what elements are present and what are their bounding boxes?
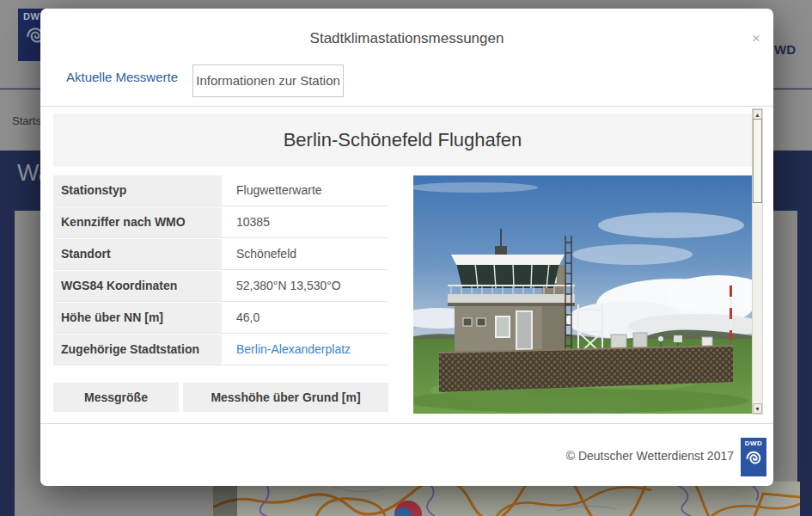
page-background: DWD WD Starts Wa Stadtklimastationsmessu…	[0, 0, 812, 516]
table-row: Standort Schönefeld	[53, 239, 388, 270]
vertical-scrollbar[interactable]: ▲ ▼	[752, 108, 763, 415]
dialog-title: Stadtklimastationsmessungen	[40, 9, 773, 47]
row-label: Höhe über NN [m]	[53, 303, 222, 333]
row-label: Kennziffer nach WMO	[53, 207, 222, 237]
row-label: Stationstyp	[53, 175, 222, 206]
column-header: Messgröße	[53, 383, 179, 412]
table-row: Zugehörige Stadtstation Berlin-Alexander…	[53, 335, 388, 366]
tab-informationen-zur-station[interactable]: Informationen zur Station	[192, 64, 344, 97]
tab-aktuelle-messwerte[interactable]: Aktuelle Messwerte	[66, 70, 178, 97]
close-icon[interactable]: ×	[752, 31, 760, 46]
tab-bar: Aktuelle Messwerte Informationen zur Sta…	[66, 64, 344, 97]
scroll-down-button[interactable]: ▼	[753, 403, 762, 414]
row-value: Berlin-Alexanderplatz	[230, 335, 388, 365]
row-label: Zugehörige Stadtstation	[53, 335, 222, 365]
row-label: WGS84 Koordinaten	[53, 271, 222, 301]
warning-map	[213, 482, 800, 516]
dwd-footer-logo: DWD	[741, 438, 766, 476]
table-row: Kennziffer nach WMO 10385	[53, 207, 388, 238]
table-row: Stationstyp Flugwetterwarte	[53, 175, 388, 206]
station-photo	[413, 175, 752, 414]
station-dialog: Stadtklimastationsmessungen × Aktuelle M…	[40, 9, 773, 486]
scrollbar-thumb[interactable]	[753, 119, 762, 203]
dwd-spiral-icon	[744, 449, 763, 468]
row-label: Standort	[53, 239, 222, 269]
row-value: 52,380°N 13,530°O	[230, 271, 388, 301]
table-row: WGS84 Koordinaten 52,380°N 13,530°O	[53, 271, 388, 302]
striped-mast-icon	[730, 286, 732, 341]
column-header: Messhöhe über Grund [m]	[183, 383, 388, 412]
scroll-down-icon: ▼	[754, 404, 761, 414]
station-info-panel: Berlin-Schönefeld Flughafen Stationstyp …	[40, 106, 773, 423]
site-title-fragment: WD	[774, 42, 796, 57]
row-value: Flugwetterwarte	[230, 175, 388, 206]
row-value: Schönefeld	[230, 239, 388, 269]
row-value: 10385	[230, 207, 388, 237]
copyright-text: © Deutscher Wetterdienst 2017	[566, 449, 734, 463]
table-row: Höhe über NN [m] 46,0	[53, 303, 388, 334]
station-info-table: Stationstyp Flugwetterwarte Kennziffer n…	[53, 175, 388, 366]
dialog-footer: © Deutscher Wetterdienst 2017 DWD	[40, 423, 773, 486]
dwd-logo-text: DWD	[741, 438, 766, 447]
station-name: Berlin-Schönefeld Flughafen	[53, 114, 752, 167]
row-value: 46,0	[230, 303, 388, 333]
measure-table-header: Messgröße Messhöhe über Grund [m]	[53, 383, 388, 412]
stadtstation-link[interactable]: Berlin-Alexanderplatz	[236, 342, 351, 356]
breadcrumb: Starts	[12, 114, 41, 127]
